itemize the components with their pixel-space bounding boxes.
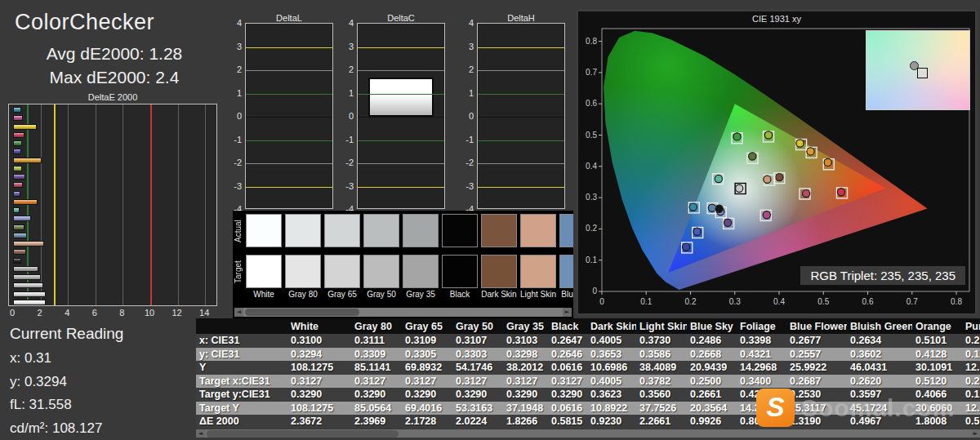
table-cell: 20.9439 xyxy=(687,361,737,375)
scrollbar-thumb[interactable] xyxy=(245,309,359,316)
table-cell: 30.1091 xyxy=(912,361,962,375)
table-cell: 0.3127 xyxy=(503,375,548,389)
ref-line xyxy=(358,187,444,188)
ref-line xyxy=(54,104,56,305)
bar-gray-50 xyxy=(13,274,41,280)
ref-line xyxy=(246,187,332,188)
table-cell: 1.8266 xyxy=(503,415,548,429)
y-tick-label: 0 xyxy=(229,111,242,121)
table-cell: 0.3103 xyxy=(503,334,548,348)
swatch-actual-gray-80 xyxy=(285,214,321,247)
y-tick-label: 3 xyxy=(229,42,242,51)
column-header: Blue Flower xyxy=(786,318,847,334)
table-cell: 0.3107 xyxy=(452,334,503,348)
bar-blue-sky xyxy=(13,233,27,238)
table-cell: 12. xyxy=(962,402,980,416)
y-tick-label: 0.1 xyxy=(586,256,597,264)
x-tick-label: 6 xyxy=(92,308,97,318)
bar-purple xyxy=(13,174,25,180)
table-cell: 0.3602 xyxy=(847,348,912,362)
bar-gray-35 xyxy=(13,266,38,272)
table-cell: 0.3298 xyxy=(503,348,548,362)
swatch-target-gray-65 xyxy=(324,255,360,288)
table-cell: 0.2557 xyxy=(786,348,847,362)
swatch-target-dark-skin xyxy=(481,255,517,288)
gridline xyxy=(96,104,96,305)
swatch-panel: ActualTargetWhiteGray 80Gray 65Gray 50Gr… xyxy=(233,211,573,319)
column-header: Blue Sky xyxy=(687,318,737,334)
measured-marker-green xyxy=(733,133,741,140)
table-cell: 0.4005 xyxy=(587,334,636,348)
max-de2000: Max dE2000: 2.4 xyxy=(16,68,212,87)
table-scrollbar[interactable]: ◄► xyxy=(196,429,980,438)
column-header: Gray 35 xyxy=(503,318,548,334)
table-cell: 20.3564 xyxy=(687,402,737,416)
table-cell: 0.3653 xyxy=(587,348,636,362)
measured-marker-yellow xyxy=(796,140,804,147)
scroll-right-icon[interactable]: ► xyxy=(563,308,572,317)
table-cell: 38.4089 xyxy=(636,361,687,375)
current-reading-title: Current Reading xyxy=(10,325,123,343)
y-tick-label: 2 xyxy=(229,64,242,74)
table-cell: 25.3117 xyxy=(786,402,847,416)
table-cell: 14.2131 xyxy=(737,402,786,416)
table-cell: 0.3100 xyxy=(287,334,351,348)
scroll-right-icon[interactable]: ► xyxy=(971,429,980,438)
table-cell: 0.3623 xyxy=(587,388,636,402)
table-cell: 2.3672 xyxy=(287,415,351,429)
table-cell: 0.3290 xyxy=(452,388,503,402)
table-cell: 0.2500 xyxy=(687,375,737,389)
table-cell: 0.3127 xyxy=(402,375,452,389)
x-tick-label: 0.4 xyxy=(773,297,785,306)
table-cell: 0.3290 xyxy=(402,388,452,402)
table-cell: 0.4128 xyxy=(912,348,962,362)
table-cell: 10.6986 xyxy=(587,361,636,375)
y-tick-label: 1 xyxy=(461,88,474,98)
x-tick-label: 0.2 xyxy=(685,297,697,306)
scroll-left-icon[interactable]: ◄ xyxy=(234,308,243,317)
measured-marker-dark-skin xyxy=(776,174,783,181)
measured-marker-purplish-blue xyxy=(693,228,701,235)
swatch-scrollbar[interactable]: ◄► xyxy=(234,308,572,317)
table-cell: 0.3127 xyxy=(351,375,402,389)
current-reading-line: x: 0.31 xyxy=(10,350,51,367)
table-cell: 2.0224 xyxy=(452,415,503,429)
ref-line xyxy=(478,163,564,164)
row-label: x: CIE31 xyxy=(196,334,287,348)
column-header: Light Skin xyxy=(636,318,687,334)
table-row: y: CIE310.32940.33090.33050.33030.32980.… xyxy=(196,348,980,362)
deltac-bar xyxy=(368,78,434,117)
scroll-left-icon[interactable]: ◄ xyxy=(196,429,205,438)
table-cell: 0.4321 xyxy=(737,348,786,362)
gridline xyxy=(68,104,69,305)
table-cell: 0.5101 xyxy=(912,334,962,348)
y-tick-label: -3 xyxy=(341,181,354,191)
table-cell: 0.3290 xyxy=(351,388,402,402)
current-reading-line: y: 0.3294 xyxy=(10,374,67,390)
table-cell: 0.3560 xyxy=(636,388,687,402)
y-tick-label: 3 xyxy=(341,42,354,51)
ref-line xyxy=(478,47,564,48)
gridline xyxy=(205,104,206,305)
ref-line xyxy=(246,117,332,118)
chart-deltaL xyxy=(245,23,333,209)
table-cell: 0.3730 xyxy=(636,334,687,348)
y-tick-label: 4 xyxy=(229,18,242,28)
column-header: Bluish Green xyxy=(847,318,912,334)
table-cell: 108.1275 xyxy=(287,402,351,416)
scrollbar-thumb[interactable] xyxy=(207,430,399,438)
table-cell: 25.9922 xyxy=(786,361,847,375)
x-tick-label: 0 xyxy=(10,308,15,318)
measured-marker-light-skin xyxy=(764,176,771,183)
table-cell: 0.2 xyxy=(962,375,980,389)
measured-marker-orange xyxy=(824,158,831,166)
bar-green xyxy=(13,140,22,146)
ref-line xyxy=(246,47,332,48)
table-cell: 10.8922 xyxy=(587,402,636,416)
table-cell: 0.3305 xyxy=(402,348,452,362)
table-cell: 0.3309 xyxy=(351,348,402,362)
y-tick-label: 1 xyxy=(341,88,354,98)
x-tick-label: 2 xyxy=(38,308,42,318)
measured-marker-yellow-green xyxy=(764,131,772,139)
ref-line xyxy=(150,104,152,305)
